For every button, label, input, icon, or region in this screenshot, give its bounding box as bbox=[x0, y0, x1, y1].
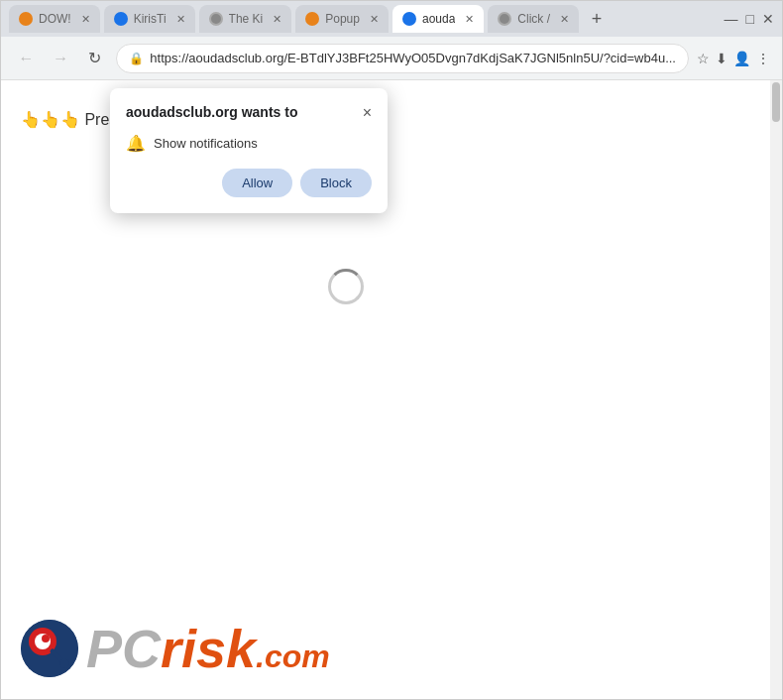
tab-favicon-popup bbox=[305, 12, 319, 26]
tab-favicon-kirist bbox=[114, 12, 128, 26]
profile-icon[interactable]: 👤 bbox=[733, 51, 750, 66]
address-bar: ← → ↻ 🔒 https://aoudadsclub.org/E-BTdlYJ… bbox=[1, 37, 782, 80]
tab-close-dow[interactable]: ✕ bbox=[81, 13, 90, 26]
security-lock-icon: 🔒 bbox=[129, 52, 144, 65]
tab-favicon-ki bbox=[209, 12, 223, 26]
tab-label-popup: Popup bbox=[325, 12, 360, 26]
tab-label-kirist: KirisTi bbox=[134, 12, 167, 26]
popup-close-button[interactable]: × bbox=[363, 104, 372, 122]
tab-label-click: Click / bbox=[517, 12, 550, 26]
url-bar[interactable]: 🔒 https://aoudadsclub.org/E-BTdlYJ3BFt25… bbox=[116, 44, 689, 73]
bookmark-icon[interactable]: ☆ bbox=[697, 51, 710, 66]
tab-kirist[interactable]: KirisTi ✕ bbox=[104, 5, 195, 33]
popup-buttons: Allow Block bbox=[126, 169, 372, 197]
window-controls: — □ ✕ bbox=[725, 11, 774, 27]
tab-favicon-aouda bbox=[402, 12, 416, 26]
tab-label-aouda: aouda bbox=[422, 12, 455, 26]
bell-icon: 🔔 bbox=[126, 134, 146, 153]
maximize-button[interactable]: □ bbox=[746, 11, 754, 27]
popup-notification-row: 🔔 Show notifications bbox=[126, 134, 372, 153]
tab-close-popup[interactable]: ✕ bbox=[370, 13, 379, 26]
notification-popup: aoudadsclub.org wants to × 🔔 Show notifi… bbox=[110, 88, 388, 213]
tab-favicon-click bbox=[498, 12, 511, 26]
pcrisk-logo: PCrisk.com bbox=[21, 618, 330, 679]
forward-button[interactable]: → bbox=[48, 45, 74, 72]
popup-notification-label: Show notifications bbox=[154, 136, 258, 151]
browser-frame: DOW! ✕ KirisTi ✕ The Ki ✕ Popup ✕ aouda … bbox=[0, 0, 783, 700]
tab-close-click[interactable]: ✕ bbox=[560, 13, 569, 26]
logo-com: .com bbox=[256, 639, 330, 674]
minimize-button[interactable]: — bbox=[725, 11, 738, 27]
tab-popup[interactable]: Popup ✕ bbox=[295, 5, 389, 33]
reload-button[interactable]: ↻ bbox=[82, 45, 109, 72]
svg-point-3 bbox=[42, 635, 50, 642]
tab-ki[interactable]: The Ki ✕ bbox=[199, 5, 292, 33]
svg-point-5 bbox=[59, 658, 69, 668]
scrollbar-thumb[interactable] bbox=[772, 82, 780, 122]
logo-risk: risk bbox=[161, 619, 256, 678]
address-bar-icons: ☆ ⬇ 👤 ⋮ bbox=[697, 51, 770, 66]
page-content: aoudadsclub.org wants to × 🔔 Show notifi… bbox=[1, 80, 782, 699]
tab-dow[interactable]: DOW! ✕ bbox=[9, 5, 100, 33]
tab-aouda[interactable]: aouda ✕ bbox=[392, 5, 484, 33]
title-bar: DOW! ✕ KirisTi ✕ The Ki ✕ Popup ✕ aouda … bbox=[1, 1, 782, 37]
tab-click[interactable]: Click / ✕ bbox=[488, 5, 579, 33]
tab-label-ki: The Ki bbox=[229, 12, 264, 26]
scrollbar[interactable] bbox=[770, 80, 782, 699]
logo-text-container: PCrisk.com bbox=[86, 618, 330, 679]
close-window-button[interactable]: ✕ bbox=[762, 11, 774, 27]
popup-title: aoudadsclub.org wants to bbox=[126, 104, 297, 120]
allow-button[interactable]: Allow bbox=[222, 169, 292, 197]
tab-close-kirist[interactable]: ✕ bbox=[176, 13, 185, 26]
tab-close-aouda[interactable]: ✕ bbox=[465, 13, 474, 26]
logo-svg bbox=[21, 620, 78, 677]
back-button[interactable]: ← bbox=[13, 45, 40, 72]
menu-icon[interactable]: ⋮ bbox=[756, 51, 770, 66]
tab-favicon-dow bbox=[19, 12, 33, 26]
download-icon[interactable]: ⬇ bbox=[716, 51, 727, 66]
url-text: https://aoudadsclub.org/E-BTdlYJ3BFt25HW… bbox=[150, 51, 676, 65]
logo-circle bbox=[21, 620, 78, 677]
logo-pc: PC bbox=[86, 619, 161, 678]
block-button[interactable]: Block bbox=[300, 169, 372, 197]
tab-label-dow: DOW! bbox=[39, 12, 71, 26]
tab-close-ki[interactable]: ✕ bbox=[273, 13, 281, 26]
new-tab-button[interactable]: + bbox=[583, 5, 611, 33]
spinner-animation bbox=[328, 269, 364, 304]
popup-header: aoudadsclub.org wants to × bbox=[126, 104, 372, 122]
loading-spinner bbox=[328, 269, 364, 304]
